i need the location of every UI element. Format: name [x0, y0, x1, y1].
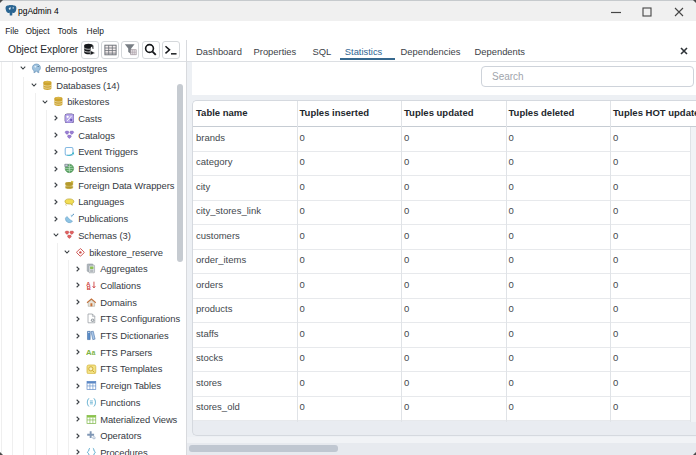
svg-text:a: a: [92, 349, 96, 356]
svg-text:B: B: [87, 285, 91, 290]
